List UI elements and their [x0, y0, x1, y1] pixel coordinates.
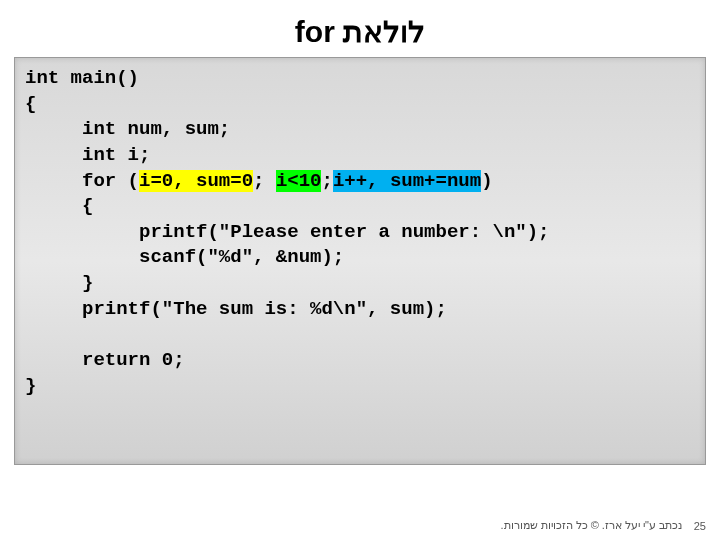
- highlight-condition: i<10: [276, 170, 322, 192]
- code-line: scanf("%d", &num);: [139, 246, 344, 268]
- code-indent: [25, 118, 82, 140]
- code-indent: [25, 349, 82, 371]
- page-number: 25: [694, 520, 706, 532]
- code-line: printf("The sum is: %d\n", sum);: [82, 298, 447, 320]
- code-line: return 0;: [82, 349, 185, 371]
- code-text: ): [481, 170, 492, 192]
- code-indent: [25, 221, 139, 243]
- code-line: }: [25, 375, 36, 397]
- code-text: for (: [82, 170, 139, 192]
- code-indent: [25, 170, 82, 192]
- code-text: ;: [321, 170, 332, 192]
- code-line: int num, sum;: [82, 118, 230, 140]
- code-indent: [25, 195, 82, 217]
- highlight-init: i=0, sum=0: [139, 170, 253, 192]
- code-line: int main(): [25, 67, 139, 89]
- code-line: }: [82, 272, 93, 294]
- code-text: ;: [253, 170, 276, 192]
- slide-title: לולאת for: [0, 0, 720, 57]
- code-line: printf("Please enter a number: \n");: [139, 221, 549, 243]
- highlight-increment: i++, sum+=num: [333, 170, 481, 192]
- copyright-footer: נכתב ע"י יעל ארז. © כל הזכויות שמורות.: [500, 519, 682, 532]
- code-line: int i;: [82, 144, 150, 166]
- code-indent: [25, 272, 82, 294]
- code-line: {: [25, 93, 36, 115]
- code-content: int main() { int num, sum; int i; for (i…: [25, 66, 695, 399]
- code-line: {: [82, 195, 93, 217]
- code-indent: [25, 298, 82, 320]
- code-indent: [25, 144, 82, 166]
- code-block: int main() { int num, sum; int i; for (i…: [14, 57, 706, 465]
- code-indent: [25, 246, 139, 268]
